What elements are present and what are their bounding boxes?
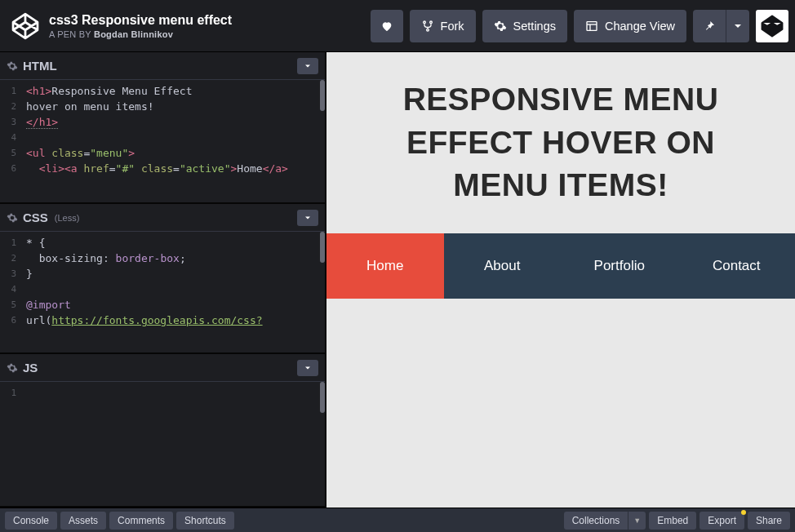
css-code: * { box-sizing: border-box; } @import ur… bbox=[0, 232, 325, 331]
menu-item-about[interactable]: About bbox=[444, 233, 562, 299]
share-button[interactable]: Share bbox=[748, 512, 790, 530]
codepen-logo[interactable] bbox=[11, 12, 39, 40]
main-area: HTML 123456 <h1>Responsive Menu Effect h… bbox=[0, 52, 795, 508]
header-actions: Fork Settings Change View bbox=[371, 10, 788, 42]
gear-icon[interactable] bbox=[7, 212, 18, 224]
app-header: css3 Responsive menu effect A PEN BY Bog… bbox=[0, 0, 795, 52]
assets-button[interactable]: Assets bbox=[60, 512, 106, 530]
collections-dropdown[interactable]: ▼ bbox=[628, 512, 646, 530]
html-gutter: 123456 bbox=[0, 80, 21, 176]
preview-menu: Home About Portfolio Contact bbox=[326, 233, 795, 299]
html-editor[interactable]: 123456 <h1>Responsive Menu Effect hover … bbox=[0, 80, 325, 202]
pin-button[interactable] bbox=[693, 10, 726, 42]
shortcuts-button[interactable]: Shortcuts bbox=[176, 512, 234, 530]
collections-group: Collections ▼ bbox=[564, 512, 646, 530]
svg-rect-0 bbox=[587, 21, 597, 30]
title-block: css3 Responsive menu effect A PEN BY Bog… bbox=[49, 13, 371, 39]
footer-bar: Console Assets Comments Shortcuts Collec… bbox=[0, 508, 795, 532]
panel-css: CSS (Less) 123456 * { box-sizing: border… bbox=[0, 204, 325, 354]
js-gutter: 1 bbox=[0, 382, 21, 401]
author-link[interactable]: Bogdan Blinnikov bbox=[94, 29, 173, 39]
pin-dropdown[interactable] bbox=[726, 10, 749, 42]
css-gutter: 123456 bbox=[0, 232, 21, 328]
panel-html-header: HTML bbox=[0, 52, 325, 80]
heart-button[interactable] bbox=[371, 10, 403, 42]
embed-button[interactable]: Embed bbox=[649, 512, 696, 530]
pin-group bbox=[693, 10, 749, 42]
panel-css-title: CSS bbox=[23, 211, 48, 224]
panel-html: HTML 123456 <h1>Responsive Menu Effect h… bbox=[0, 52, 325, 204]
gear-icon[interactable] bbox=[7, 60, 18, 72]
preview-pane: Responsive Menu Effect hover on menu ite… bbox=[326, 52, 795, 508]
export-button[interactable]: Export bbox=[700, 512, 744, 530]
panel-js-header: JS bbox=[0, 354, 325, 382]
panel-js-title: JS bbox=[23, 361, 38, 375]
js-editor[interactable]: 1 bbox=[0, 382, 325, 506]
panel-html-collapse[interactable] bbox=[297, 58, 318, 74]
comments-button[interactable]: Comments bbox=[109, 512, 173, 530]
fork-button[interactable]: Fork bbox=[410, 10, 476, 42]
panel-html-title: HTML bbox=[23, 59, 57, 73]
editor-column: HTML 123456 <h1>Responsive Menu Effect h… bbox=[0, 52, 326, 508]
change-view-button[interactable]: Change View bbox=[574, 10, 686, 42]
panel-css-collapse[interactable] bbox=[297, 210, 318, 226]
css-editor[interactable]: 123456 * { box-sizing: border-box; } @im… bbox=[0, 232, 325, 352]
menu-item-contact[interactable]: Contact bbox=[678, 233, 796, 299]
user-avatar[interactable] bbox=[756, 10, 788, 42]
console-button[interactable]: Console bbox=[5, 512, 57, 530]
menu-item-portfolio[interactable]: Portfolio bbox=[561, 233, 678, 299]
html-code: <h1>Responsive Menu Effect hover on menu… bbox=[0, 80, 325, 180]
notification-dot bbox=[741, 510, 746, 515]
settings-button[interactable]: Settings bbox=[482, 10, 567, 42]
panel-js: JS 1 bbox=[0, 354, 325, 508]
collections-button[interactable]: Collections bbox=[564, 512, 628, 530]
panel-css-header: CSS (Less) bbox=[0, 204, 325, 232]
pen-title: css3 Responsive menu effect bbox=[49, 13, 371, 28]
js-code bbox=[0, 382, 325, 388]
gear-icon[interactable] bbox=[7, 362, 18, 374]
preview-heading: Responsive Menu Effect hover on menu ite… bbox=[326, 52, 795, 233]
pen-byline: A PEN BY Bogdan Blinnikov bbox=[49, 29, 371, 39]
panel-css-sub: (Less) bbox=[55, 213, 80, 223]
panel-js-collapse[interactable] bbox=[297, 360, 318, 376]
menu-item-home[interactable]: Home bbox=[326, 233, 444, 299]
